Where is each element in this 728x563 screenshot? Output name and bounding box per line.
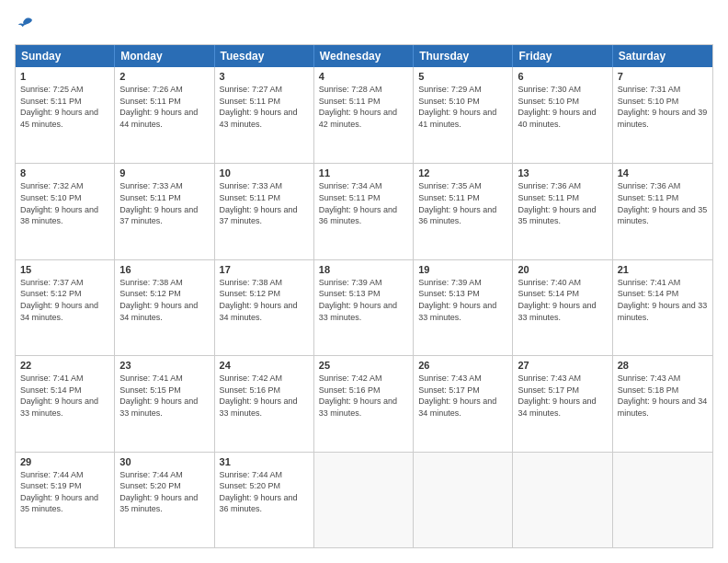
calendar-row: 15Sunrise: 7:37 AMSunset: 5:12 PMDayligh… (16, 259, 712, 355)
calendar-row: 29Sunrise: 7:44 AMSunset: 5:19 PMDayligh… (16, 452, 712, 547)
calendar-cell (414, 453, 513, 547)
day-info: Sunrise: 7:34 AMSunset: 5:11 PMDaylight:… (319, 180, 408, 226)
calendar-cell: 27Sunrise: 7:43 AMSunset: 5:17 PMDayligh… (513, 356, 612, 451)
day-info: Sunrise: 7:25 AMSunset: 5:11 PMDaylight:… (20, 84, 109, 130)
day-number: 29 (20, 456, 109, 467)
calendar-cell: 20Sunrise: 7:40 AMSunset: 5:14 PMDayligh… (513, 260, 612, 355)
day-info: Sunrise: 7:42 AMSunset: 5:16 PMDaylight:… (220, 373, 309, 419)
calendar-cell: 25Sunrise: 7:42 AMSunset: 5:16 PMDayligh… (314, 356, 414, 451)
day-number: 19 (418, 264, 507, 275)
day-number: 10 (220, 167, 309, 178)
calendar-cell: 9Sunrise: 7:33 AMSunset: 5:11 PMDaylight… (115, 164, 214, 259)
day-info: Sunrise: 7:36 AMSunset: 5:11 PMDaylight:… (618, 180, 708, 226)
calendar-cell: 2Sunrise: 7:26 AMSunset: 5:11 PMDaylight… (115, 67, 214, 163)
calendar-cell: 18Sunrise: 7:39 AMSunset: 5:13 PMDayligh… (314, 260, 414, 355)
day-info: Sunrise: 7:41 AMSunset: 5:14 PMDaylight:… (618, 277, 708, 323)
day-info: Sunrise: 7:43 AMSunset: 5:17 PMDaylight:… (518, 373, 607, 419)
day-info: Sunrise: 7:36 AMSunset: 5:11 PMDaylight:… (518, 180, 607, 226)
day-info: Sunrise: 7:43 AMSunset: 5:17 PMDaylight:… (418, 373, 507, 419)
calendar-cell: 19Sunrise: 7:39 AMSunset: 5:13 PMDayligh… (414, 260, 513, 355)
calendar-cell: 7Sunrise: 7:31 AMSunset: 5:10 PMDaylight… (613, 67, 712, 163)
logo-bird-icon (17, 15, 35, 33)
day-info: Sunrise: 7:26 AMSunset: 5:11 PMDaylight:… (119, 84, 209, 130)
day-number: 4 (319, 71, 408, 82)
day-info: Sunrise: 7:32 AMSunset: 5:10 PMDaylight:… (20, 180, 109, 226)
day-number: 16 (119, 264, 209, 275)
day-info: Sunrise: 7:42 AMSunset: 5:16 PMDaylight:… (319, 373, 408, 419)
day-info: Sunrise: 7:30 AMSunset: 5:10 PMDaylight:… (518, 84, 607, 130)
header-day-thursday: Thursday (414, 45, 513, 67)
calendar-cell: 6Sunrise: 7:30 AMSunset: 5:10 PMDaylight… (513, 67, 612, 163)
day-number: 3 (220, 71, 309, 82)
calendar-cell: 17Sunrise: 7:38 AMSunset: 5:12 PMDayligh… (215, 260, 314, 355)
day-number: 9 (119, 167, 209, 178)
calendar: SundayMondayTuesdayWednesdayThursdayFrid… (15, 44, 713, 548)
calendar-cell: 15Sunrise: 7:37 AMSunset: 5:12 PMDayligh… (16, 260, 115, 355)
day-number: 13 (518, 167, 607, 178)
day-number: 17 (220, 264, 309, 275)
day-info: Sunrise: 7:38 AMSunset: 5:12 PMDaylight:… (220, 277, 309, 323)
calendar-cell: 29Sunrise: 7:44 AMSunset: 5:19 PMDayligh… (16, 453, 115, 547)
calendar-cell: 24Sunrise: 7:42 AMSunset: 5:16 PMDayligh… (215, 356, 314, 451)
day-info: Sunrise: 7:44 AMSunset: 5:20 PMDaylight:… (119, 469, 209, 515)
day-info: Sunrise: 7:41 AMSunset: 5:15 PMDaylight:… (119, 373, 209, 419)
day-info: Sunrise: 7:37 AMSunset: 5:12 PMDaylight:… (20, 277, 109, 323)
calendar-header: SundayMondayTuesdayWednesdayThursdayFrid… (16, 45, 712, 67)
calendar-cell: 14Sunrise: 7:36 AMSunset: 5:11 PMDayligh… (613, 164, 712, 259)
logo (15, 15, 35, 33)
day-number: 20 (518, 264, 607, 275)
day-number: 28 (618, 360, 708, 371)
day-number: 30 (119, 456, 209, 467)
calendar-cell (314, 453, 414, 547)
day-number: 21 (618, 264, 708, 275)
header-day-monday: Monday (115, 45, 214, 67)
day-number: 5 (418, 71, 507, 82)
day-info: Sunrise: 7:29 AMSunset: 5:10 PMDaylight:… (418, 84, 507, 130)
day-number: 18 (319, 264, 408, 275)
day-info: Sunrise: 7:38 AMSunset: 5:12 PMDaylight:… (119, 277, 209, 323)
calendar-cell: 31Sunrise: 7:44 AMSunset: 5:20 PMDayligh… (215, 453, 314, 547)
day-number: 24 (220, 360, 309, 371)
day-number: 15 (20, 264, 109, 275)
day-number: 6 (518, 71, 607, 82)
calendar-cell: 21Sunrise: 7:41 AMSunset: 5:14 PMDayligh… (613, 260, 712, 355)
calendar-cell: 30Sunrise: 7:44 AMSunset: 5:20 PMDayligh… (115, 453, 214, 547)
day-number: 7 (618, 71, 708, 82)
day-number: 2 (119, 71, 209, 82)
day-number: 22 (20, 360, 109, 371)
header-day-wednesday: Wednesday (314, 45, 414, 67)
calendar-body: 1Sunrise: 7:25 AMSunset: 5:11 PMDaylight… (16, 67, 712, 547)
calendar-cell: 5Sunrise: 7:29 AMSunset: 5:10 PMDaylight… (414, 67, 513, 163)
day-info: Sunrise: 7:33 AMSunset: 5:11 PMDaylight:… (220, 180, 309, 226)
day-number: 25 (319, 360, 408, 371)
day-number: 11 (319, 167, 408, 178)
day-info: Sunrise: 7:33 AMSunset: 5:11 PMDaylight:… (119, 180, 209, 226)
header-day-sunday: Sunday (16, 45, 115, 67)
calendar-cell: 3Sunrise: 7:27 AMSunset: 5:11 PMDaylight… (215, 67, 314, 163)
header-day-friday: Friday (513, 45, 612, 67)
day-info: Sunrise: 7:35 AMSunset: 5:11 PMDaylight:… (418, 180, 507, 226)
day-info: Sunrise: 7:39 AMSunset: 5:13 PMDaylight:… (418, 277, 507, 323)
day-info: Sunrise: 7:27 AMSunset: 5:11 PMDaylight:… (220, 84, 309, 130)
day-number: 27 (518, 360, 607, 371)
calendar-row: 1Sunrise: 7:25 AMSunset: 5:11 PMDaylight… (16, 67, 712, 163)
calendar-cell: 1Sunrise: 7:25 AMSunset: 5:11 PMDaylight… (16, 67, 115, 163)
day-info: Sunrise: 7:39 AMSunset: 5:13 PMDaylight:… (319, 277, 408, 323)
calendar-cell (513, 453, 612, 547)
page-header (15, 15, 713, 33)
header-day-tuesday: Tuesday (215, 45, 314, 67)
day-number: 26 (418, 360, 507, 371)
calendar-cell: 22Sunrise: 7:41 AMSunset: 5:14 PMDayligh… (16, 356, 115, 451)
day-number: 23 (119, 360, 209, 371)
calendar-cell: 26Sunrise: 7:43 AMSunset: 5:17 PMDayligh… (414, 356, 513, 451)
calendar-cell: 12Sunrise: 7:35 AMSunset: 5:11 PMDayligh… (414, 164, 513, 259)
day-number: 31 (220, 456, 309, 467)
day-info: Sunrise: 7:40 AMSunset: 5:14 PMDaylight:… (518, 277, 607, 323)
day-info: Sunrise: 7:44 AMSunset: 5:20 PMDaylight:… (220, 469, 309, 515)
day-number: 14 (618, 167, 708, 178)
day-number: 1 (20, 71, 109, 82)
calendar-row: 8Sunrise: 7:32 AMSunset: 5:10 PMDaylight… (16, 163, 712, 259)
day-number: 12 (418, 167, 507, 178)
day-info: Sunrise: 7:31 AMSunset: 5:10 PMDaylight:… (618, 84, 708, 130)
calendar-cell (613, 453, 712, 547)
